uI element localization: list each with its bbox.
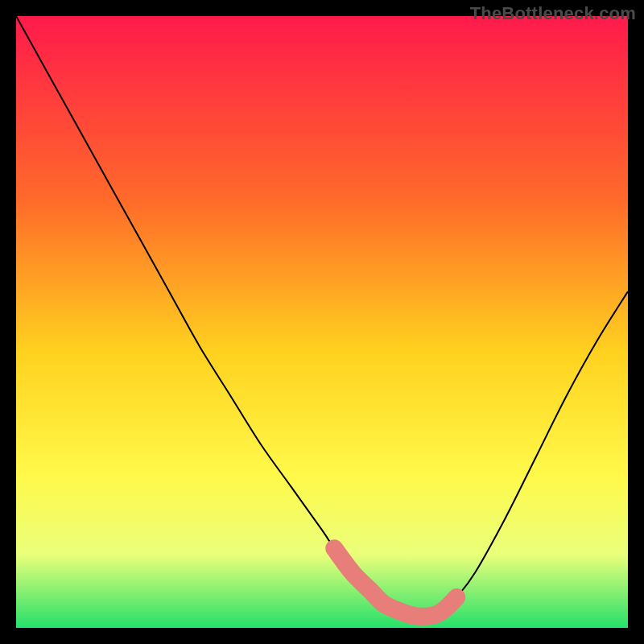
watermark-text: TheBottleneck.com [470, 3, 636, 24]
chart-stage: TheBottleneck.com [0, 0, 644, 644]
plot-area [16, 16, 628, 628]
gradient-background [16, 16, 628, 628]
chart-svg [16, 16, 628, 628]
